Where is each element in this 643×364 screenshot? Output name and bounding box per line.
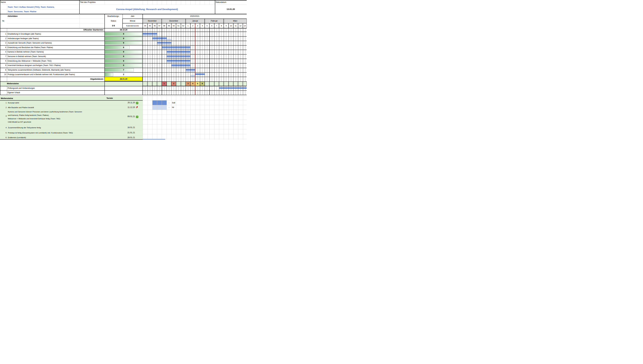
extra-row-label: Eigener Urlaub [8, 90, 102, 95]
activity-label: Teilsysteme zusammenführen (Software, El… [8, 68, 102, 72]
row-number: 6 [0, 45, 6, 50]
milestone-empty-cell [157, 82, 162, 86]
milestone-empty-cell [205, 82, 209, 86]
cross-icon[interactable]: ✗ [136, 106, 138, 109]
sheet-gridline [143, 114, 247, 115]
extra-row-label: Prüfungszeit und Vorbereitungen [8, 86, 102, 90]
status-value[interactable]: 9 [105, 36, 143, 41]
week-number-cell: 48 [162, 23, 166, 28]
project-title[interactable]: Corona-Ampel (Abteilung: Research and De… [79, 4, 215, 14]
sheet-gridline [143, 100, 247, 100]
status-value[interactable]: 2 [105, 72, 143, 77]
header-gridline [7, 23, 105, 24]
year-span-header: 2020/2021 [143, 14, 247, 18]
header-gridline [190, 0, 191, 4]
activity-label: Auswahl der Sensorik (Team: Sensoren und… [8, 41, 102, 45]
legend-ist-swatch [152, 105, 167, 110]
milestone-cell[interactable]: 6 [200, 82, 205, 86]
check-icon[interactable]: ✓ [136, 101, 138, 104]
status-value[interactable]: 9 [105, 58, 143, 63]
legend-ist-label: Ist [172, 105, 181, 110]
sheet-gridline [195, 95, 195, 140]
sub-gridline [143, 30, 247, 30]
status-value[interactable]: 9 [105, 63, 143, 68]
sheet-gridline [143, 105, 247, 105]
week-number-cell: 44 [143, 23, 147, 28]
header-gridline [205, 0, 205, 4]
milestone-date[interactable]: 25.11.20 [94, 101, 135, 104]
sheet-gridline [219, 95, 219, 140]
milestone-cell[interactable]: 3 [186, 82, 190, 86]
milestone-date[interactable]: 11.12.20 [94, 106, 135, 109]
milestone-empty-cell [214, 82, 219, 86]
week-number-cell: 10 [229, 23, 233, 28]
due-date-label: Abgabedatum: [32, 77, 104, 81]
milestone-empty-cell [233, 82, 238, 86]
milestone-empty-cell [143, 82, 147, 86]
start-date-value[interactable]: 28.10.20 [105, 28, 143, 32]
milestone-empty-cell [167, 82, 171, 86]
week-number-cell: 51 [176, 23, 181, 28]
nr-column-header: Nr. [0, 18, 7, 23]
sub-gridline [143, 64, 247, 64]
milestone-empty-cell [181, 82, 186, 86]
week-number-cell: 47 [157, 23, 162, 28]
status-value[interactable]: 9 [105, 32, 143, 36]
activity-label: Sensoren in Betrieb nehmen (Team: Sensor… [8, 54, 102, 58]
week-number-cell: 4 [200, 23, 205, 28]
sub-gridline [143, 58, 247, 58]
sheet-gridline [143, 134, 247, 134]
milestone-cell[interactable]: 2 [171, 82, 176, 86]
milestone-cell[interactable]: 1 [162, 82, 166, 86]
sheet-gridline [143, 95, 143, 140]
milestone-text: Alle Bauteile und Platine bestellt [8, 105, 109, 110]
sub-gridline [143, 52, 247, 52]
status-value[interactable]: 9 [105, 41, 143, 45]
milestone-date[interactable]: 21.01.21 [94, 131, 135, 134]
status-value[interactable]: 9 [105, 54, 143, 58]
milestone-cell[interactable]: 4 [190, 82, 195, 86]
due-date-value[interactable]: 28.01.20 [105, 77, 143, 81]
week-number-cell: 7 [214, 23, 219, 28]
gantt-exam-bar [219, 87, 247, 89]
status-date-value[interactable]: 13.01.20 [215, 4, 247, 14]
week-number-cell: 11 [233, 23, 238, 28]
status-value[interactable]: 7 [105, 68, 143, 72]
legend-soll-label: Soll [172, 100, 181, 105]
sheet-gridline [186, 95, 186, 140]
header-gridline [186, 0, 186, 4]
sheet-gridline [209, 95, 210, 140]
milestone-cell[interactable]: 5 [195, 82, 200, 86]
sheet-gridline [143, 124, 247, 124]
sub-gridline [143, 61, 247, 61]
milestone-number: 3 [0, 115, 7, 117]
month-cell: Februar [205, 18, 224, 23]
week-number-cell: 1 [186, 23, 190, 28]
milestone-date[interactable]: 16.01.21 [94, 126, 135, 129]
sub-gridline [143, 31, 247, 31]
sub-gridline [143, 48, 247, 49]
status-value[interactable]: 6 [105, 45, 143, 50]
milestone-date[interactable]: 09.01.21 [94, 115, 135, 118]
week-number-cell: 49 [167, 23, 171, 28]
week-number-cell: 50 [171, 23, 176, 28]
sub-gridline [143, 51, 247, 51]
table-border-top [0, 0, 247, 0]
month-cell: Dezember [162, 18, 186, 23]
team-line-2: Team: Sensoren, Team: Platine [8, 9, 78, 14]
sheet-gridline [238, 95, 238, 140]
milestone-number: 1 [0, 100, 7, 105]
status-scale-header: 0-9 [105, 24, 122, 28]
month-cell: November [143, 18, 162, 23]
milestone-text: Konzept steht [8, 100, 109, 105]
status-date-line [195, 23, 196, 94]
activity-label: Prototyp zusammenbauen und in Betrieb ne… [8, 72, 102, 77]
header-gridline [0, 4, 247, 5]
check-icon[interactable]: ✓ [136, 115, 138, 118]
header-gridline [0, 9, 79, 10]
status-value[interactable]: 9 [105, 50, 143, 54]
legend-ist-colon: : [167, 105, 171, 110]
spreadsheet: Name Team: Test / Aufbau Gesamt (TAG), T… [0, 0, 247, 140]
header-gridline [181, 0, 181, 4]
milestone-date[interactable]: 28.01.21 [94, 136, 135, 139]
